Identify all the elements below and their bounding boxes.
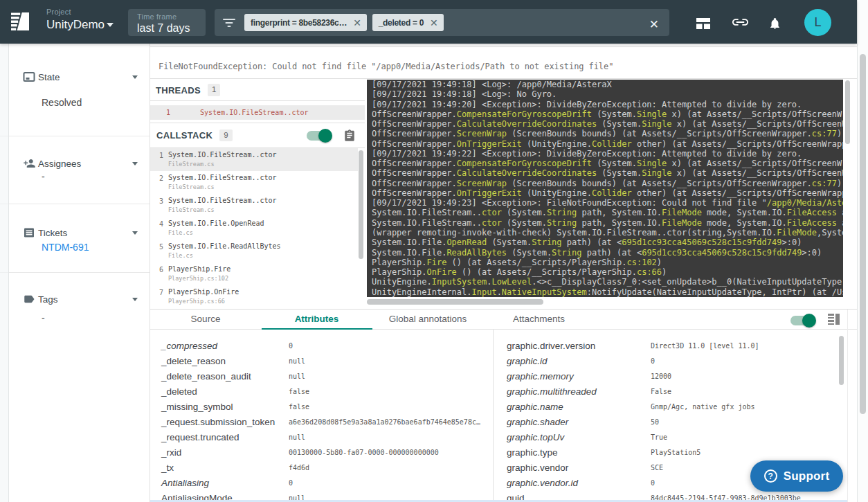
console-horizontal-scrollbar[interactable] <box>367 299 843 305</box>
error-banner-text: FileNotFoundException: Could not find fi… <box>159 60 613 73</box>
triage-sidebar: StateResolvedAssignees-TicketsNTDM-691Ta… <box>0 44 150 502</box>
attribute-row: graphic.memory12000 <box>494 369 847 384</box>
attributes-scrollbar-thumb[interactable] <box>839 336 844 385</box>
avatar[interactable]: L <box>804 9 831 36</box>
callstack-frame[interactable]: 7PlayerShip.OnFirePlayerShip.cs:66 <box>150 285 358 308</box>
tab-global-annotations[interactable]: Global annotations <box>372 310 483 330</box>
attribute-row: graphic.shader50 <box>494 415 847 430</box>
debug-console[interactable]: [09/17/2021 19:49:18] <Log>: /app0/Media… <box>367 80 843 297</box>
sidebar-section-header-tickets[interactable]: Tickets <box>0 226 150 240</box>
clear-search-icon[interactable]: ✕ <box>649 17 659 32</box>
filter-chip[interactable]: fingerprint = 8be58236c…✕ <box>244 14 367 31</box>
attribute-row: graphic.topUvTrue <box>494 430 847 445</box>
attribute-value: 0 <box>289 479 293 487</box>
sidebar-section-label: Assignees <box>38 159 81 169</box>
vertical-split-icon[interactable] <box>828 313 840 325</box>
console-line: OffScreenWrapper.CompensateForGyroscopeD… <box>372 109 843 119</box>
filter-chip[interactable]: _deleted = 0✕ <box>372 14 444 31</box>
dashboard-icon[interactable] <box>696 18 710 29</box>
project-label: Project <box>46 8 105 16</box>
state-icon <box>23 71 35 83</box>
attribute-value: null <box>289 357 305 365</box>
console-vscroll-thumb[interactable] <box>845 80 850 144</box>
console-line: [09/17/2021 19:49:20] <Exception>: Divid… <box>372 100 843 109</box>
notifications-icon[interactable] <box>769 17 781 30</box>
support-button-label: Support <box>784 469 830 483</box>
callstack-scrollbar[interactable] <box>358 150 363 308</box>
threads-title: THREADS <box>156 85 201 96</box>
console-vertical-scrollbar[interactable] <box>844 80 850 297</box>
attribute-value: Gnmp/Agc, native gfx jobs <box>651 403 755 411</box>
divider <box>847 310 848 502</box>
sidebar-section-value-tickets[interactable]: NTDM-691 <box>42 242 89 253</box>
attribute-value: false <box>289 403 309 411</box>
console-line: System.IO.File.OpenRead (System.String p… <box>372 237 843 247</box>
attribute-row: graphic.multithreadedFalse <box>494 384 847 400</box>
support-button[interactable]: ? Support <box>750 460 843 492</box>
backtrace-logo-icon[interactable] <box>11 12 29 30</box>
filter-chip-text: _deleted = 0 <box>379 18 424 28</box>
console-hscroll-thumb[interactable] <box>367 299 543 305</box>
window-scrollbar[interactable] <box>857 0 868 502</box>
project-name: UnityDemo <box>46 18 105 32</box>
tab-attachments[interactable]: Attachments <box>484 310 595 330</box>
sidebar-section-header-assignees[interactable]: Assignees <box>0 157 150 171</box>
callstack-frame[interactable]: 3System.IO.FileStream..ctorFileStream.cs <box>150 194 358 217</box>
chip-close-icon[interactable]: ✕ <box>430 17 437 28</box>
attribute-key: _deleted <box>161 386 197 397</box>
attribute-key: _request.truncated <box>161 432 239 442</box>
attribute-key: graphic.multithreaded <box>507 386 597 397</box>
threads-count-badge: 1 <box>208 84 220 96</box>
link-icon[interactable] <box>732 17 748 27</box>
thread-row[interactable]: 1System.IO.FileStream..ctor <box>150 105 365 120</box>
copy-clipboard-icon[interactable] <box>343 129 356 142</box>
attribute-value: 0 <box>651 479 655 487</box>
threads-header: THREADS 1 <box>150 80 365 101</box>
console-line: OffScreenWrapper.CalculateOverrideCoordi… <box>372 119 843 129</box>
callstack-frame[interactable]: 1System.IO.FileStream..ctorFileStream.cs <box>150 148 358 171</box>
toggle-knob <box>318 129 332 143</box>
attribute-key: _delete_reason_audit <box>161 371 251 382</box>
frame-file: FileStream.cs <box>168 161 215 168</box>
callstack-toggle[interactable] <box>307 131 330 141</box>
tab-attributes[interactable]: Attributes <box>262 310 372 330</box>
sidebar-section-header-state[interactable]: State <box>0 71 150 84</box>
attribute-row: _delete_reasonnull <box>150 354 493 369</box>
frame-number: 3 <box>159 197 163 205</box>
timeframe-selector[interactable]: Time frame last 7 days <box>128 9 206 36</box>
attribute-row: _missing_symbolfalse <box>150 400 493 415</box>
attribute-value: 50 <box>651 418 659 426</box>
chip-close-icon[interactable]: ✕ <box>353 17 361 28</box>
callstack-frame[interactable]: 4System.IO.File.OpenReadFile.cs <box>150 217 358 240</box>
console-line: UnityEngineInternal.Input.NativeInputSys… <box>372 287 843 297</box>
toggle-knob <box>802 314 816 328</box>
attribute-value: PlayStation5 <box>651 449 700 456</box>
callstack-frame[interactable]: 2System.IO.FileStream..ctorFileStream.cs <box>150 171 358 194</box>
search-bar[interactable]: fingerprint = 8be58236c…✕_deleted = 0✕ ✕ <box>215 9 669 36</box>
console-line: PlayerShip.OnFire () (at Assets/__Script… <box>372 267 843 277</box>
sidebar-section-header-tags[interactable]: Tags <box>0 293 150 307</box>
callstack-frame[interactable]: 5System.IO.File.ReadAllBytesFile.cs <box>150 240 358 262</box>
window-scrollbar-thumb[interactable] <box>860 54 866 414</box>
attribute-row: graphic.nameGnmp/Agc, native gfx jobs <box>494 400 847 415</box>
frame-function: System.IO.FileStream..ctor <box>168 174 277 181</box>
console-line: OffScreenWrapper.CompensateForGyroscopeD… <box>372 159 843 168</box>
tab-source[interactable]: Source <box>150 310 261 330</box>
attribute-row: _request.truncatednull <box>150 430 493 445</box>
project-selector[interactable]: Project UnityDemo <box>46 8 105 32</box>
attribute-key: graphic.driver.version <box>507 341 595 351</box>
sidebar-gutter <box>0 44 9 502</box>
backtrace-debugger-screen: Project UnityDemo Time frame last 7 days… <box>0 0 868 502</box>
callstack-frame[interactable]: 6PlayerShip.FirePlayerShip.cs:102 <box>150 262 358 285</box>
attribute-value: null <box>289 373 305 380</box>
console-line: OffScreenWrapper.OnTriggerExit (UnityEng… <box>372 188 843 198</box>
frame-file: File.cs <box>168 229 193 236</box>
attribute-value: 00130000-5b80-fa07-0000-000000000000 <box>289 449 439 456</box>
callstack-scrollbar-thumb[interactable] <box>359 150 363 259</box>
attribute-row: Antialiasing0 <box>150 476 493 491</box>
attributes-toggle[interactable] <box>790 316 814 325</box>
chevron-down-icon[interactable] <box>107 23 114 27</box>
frame-file: PlayerShip.cs:66 <box>168 298 225 305</box>
frame-number: 7 <box>159 289 163 296</box>
console-line: System.IO.File.ReadAllBytes (System.Stri… <box>372 248 843 258</box>
